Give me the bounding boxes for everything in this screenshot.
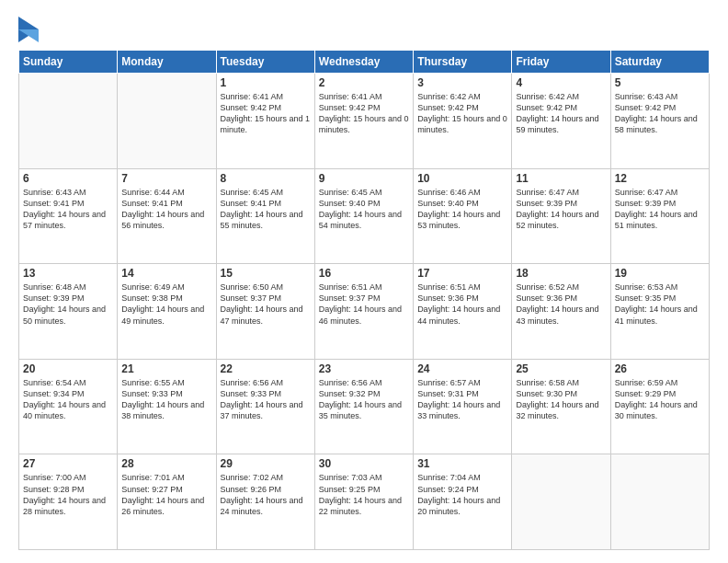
day-info: Sunrise: 6:45 AMSunset: 9:41 PMDaylight:… xyxy=(221,187,311,232)
calendar-day-31: 31Sunrise: 7:04 AMSunset: 9:24 PMDayligh… xyxy=(414,454,512,550)
day-number: 31 xyxy=(417,457,507,470)
day-number: 14 xyxy=(121,267,211,280)
day-info: Sunrise: 6:45 AMSunset: 9:40 PMDaylight:… xyxy=(319,187,409,232)
day-info: Sunrise: 6:51 AMSunset: 9:37 PMDaylight:… xyxy=(319,282,409,327)
calendar-day-17: 17Sunrise: 6:51 AMSunset: 9:36 PMDayligh… xyxy=(414,264,512,360)
calendar-day-12: 12Sunrise: 6:47 AMSunset: 9:39 PMDayligh… xyxy=(610,168,709,264)
day-number: 25 xyxy=(516,362,606,375)
day-info: Sunrise: 6:58 AMSunset: 9:30 PMDaylight:… xyxy=(516,377,606,422)
day-info: Sunrise: 7:03 AMSunset: 9:25 PMDaylight:… xyxy=(319,472,409,517)
calendar-empty xyxy=(512,454,610,550)
calendar-day-25: 25Sunrise: 6:58 AMSunset: 9:30 PMDayligh… xyxy=(512,359,610,454)
day-info: Sunrise: 6:43 AMSunset: 9:42 PMDaylight:… xyxy=(615,91,705,136)
calendar-empty xyxy=(118,74,216,169)
day-info: Sunrise: 6:42 AMSunset: 9:42 PMDaylight:… xyxy=(516,91,606,136)
day-number: 9 xyxy=(319,172,409,185)
logo xyxy=(18,17,41,42)
calendar-header-monday: Monday xyxy=(118,51,216,74)
day-number: 26 xyxy=(615,362,705,375)
day-info: Sunrise: 6:53 AMSunset: 9:35 PMDaylight:… xyxy=(615,282,705,327)
day-info: Sunrise: 6:57 AMSunset: 9:31 PMDaylight:… xyxy=(417,377,507,422)
calendar-day-21: 21Sunrise: 6:55 AMSunset: 9:33 PMDayligh… xyxy=(118,359,216,454)
day-number: 20 xyxy=(23,362,113,375)
calendar: SundayMondayTuesdayWednesdayThursdayFrid… xyxy=(18,50,710,550)
day-info: Sunrise: 7:04 AMSunset: 9:24 PMDaylight:… xyxy=(417,472,507,517)
day-info: Sunrise: 6:44 AMSunset: 9:41 PMDaylight:… xyxy=(121,187,211,232)
calendar-day-23: 23Sunrise: 6:56 AMSunset: 9:32 PMDayligh… xyxy=(314,359,413,454)
calendar-day-8: 8Sunrise: 6:45 AMSunset: 9:41 PMDaylight… xyxy=(216,168,314,264)
calendar-day-9: 9Sunrise: 6:45 AMSunset: 9:40 PMDaylight… xyxy=(314,168,413,264)
calendar-day-4: 4Sunrise: 6:42 AMSunset: 9:42 PMDaylight… xyxy=(512,74,610,169)
calendar-day-2: 2Sunrise: 6:41 AMSunset: 9:42 PMDaylight… xyxy=(314,74,413,169)
day-info: Sunrise: 6:54 AMSunset: 9:34 PMDaylight:… xyxy=(23,377,113,422)
day-number: 29 xyxy=(221,457,311,470)
day-info: Sunrise: 7:00 AMSunset: 9:28 PMDaylight:… xyxy=(23,472,113,517)
day-number: 3 xyxy=(417,76,507,89)
calendar-day-14: 14Sunrise: 6:49 AMSunset: 9:38 PMDayligh… xyxy=(118,264,216,360)
calendar-day-27: 27Sunrise: 7:00 AMSunset: 9:28 PMDayligh… xyxy=(19,454,118,550)
day-info: Sunrise: 6:50 AMSunset: 9:37 PMDaylight:… xyxy=(221,282,311,327)
day-info: Sunrise: 7:02 AMSunset: 9:26 PMDaylight:… xyxy=(221,472,311,517)
day-info: Sunrise: 6:51 AMSunset: 9:36 PMDaylight:… xyxy=(417,282,507,327)
day-number: 12 xyxy=(615,172,705,185)
day-number: 22 xyxy=(221,362,311,375)
calendar-day-1: 1Sunrise: 6:41 AMSunset: 9:42 PMDaylight… xyxy=(216,74,314,169)
calendar-week-3: 13Sunrise: 6:48 AMSunset: 9:39 PMDayligh… xyxy=(19,264,710,360)
day-info: Sunrise: 6:42 AMSunset: 9:42 PMDaylight:… xyxy=(417,91,507,136)
calendar-header-friday: Friday xyxy=(512,51,610,74)
day-number: 17 xyxy=(417,267,507,280)
calendar-day-30: 30Sunrise: 7:03 AMSunset: 9:25 PMDayligh… xyxy=(314,454,413,550)
day-number: 13 xyxy=(23,267,113,280)
day-info: Sunrise: 6:59 AMSunset: 9:29 PMDaylight:… xyxy=(615,377,705,422)
calendar-day-3: 3Sunrise: 6:42 AMSunset: 9:42 PMDaylight… xyxy=(414,74,512,169)
day-info: Sunrise: 6:41 AMSunset: 9:42 PMDaylight:… xyxy=(319,91,409,136)
calendar-day-13: 13Sunrise: 6:48 AMSunset: 9:39 PMDayligh… xyxy=(19,264,118,360)
day-info: Sunrise: 6:41 AMSunset: 9:42 PMDaylight:… xyxy=(221,91,311,136)
calendar-header-thursday: Thursday xyxy=(414,51,512,74)
calendar-day-15: 15Sunrise: 6:50 AMSunset: 9:37 PMDayligh… xyxy=(216,264,314,360)
day-number: 18 xyxy=(516,267,606,280)
calendar-day-22: 22Sunrise: 6:56 AMSunset: 9:33 PMDayligh… xyxy=(216,359,314,454)
calendar-day-20: 20Sunrise: 6:54 AMSunset: 9:34 PMDayligh… xyxy=(19,359,118,454)
calendar-week-4: 20Sunrise: 6:54 AMSunset: 9:34 PMDayligh… xyxy=(19,359,710,454)
day-info: Sunrise: 6:47 AMSunset: 9:39 PMDaylight:… xyxy=(615,187,705,232)
day-number: 23 xyxy=(319,362,409,375)
day-number: 2 xyxy=(319,76,409,89)
day-number: 8 xyxy=(221,172,311,185)
day-number: 16 xyxy=(319,267,409,280)
day-info: Sunrise: 6:56 AMSunset: 9:33 PMDaylight:… xyxy=(221,377,311,422)
day-number: 10 xyxy=(417,172,507,185)
calendar-day-24: 24Sunrise: 6:57 AMSunset: 9:31 PMDayligh… xyxy=(414,359,512,454)
day-info: Sunrise: 6:49 AMSunset: 9:38 PMDaylight:… xyxy=(121,282,211,327)
calendar-empty xyxy=(19,74,118,169)
calendar-day-18: 18Sunrise: 6:52 AMSunset: 9:36 PMDayligh… xyxy=(512,264,610,360)
calendar-header-tuesday: Tuesday xyxy=(216,51,314,74)
day-info: Sunrise: 7:01 AMSunset: 9:27 PMDaylight:… xyxy=(121,472,211,517)
calendar-day-19: 19Sunrise: 6:53 AMSunset: 9:35 PMDayligh… xyxy=(610,264,709,360)
calendar-day-6: 6Sunrise: 6:43 AMSunset: 9:41 PMDaylight… xyxy=(19,168,118,264)
calendar-empty xyxy=(610,454,709,550)
day-number: 4 xyxy=(516,76,606,89)
day-number: 28 xyxy=(121,457,211,470)
calendar-header-wednesday: Wednesday xyxy=(314,51,413,74)
calendar-day-7: 7Sunrise: 6:44 AMSunset: 9:41 PMDaylight… xyxy=(118,168,216,264)
day-number: 19 xyxy=(615,267,705,280)
day-number: 27 xyxy=(23,457,113,470)
calendar-day-16: 16Sunrise: 6:51 AMSunset: 9:37 PMDayligh… xyxy=(314,264,413,360)
day-info: Sunrise: 6:55 AMSunset: 9:33 PMDaylight:… xyxy=(121,377,211,422)
calendar-header-row: SundayMondayTuesdayWednesdayThursdayFrid… xyxy=(19,51,710,74)
page: SundayMondayTuesdayWednesdayThursdayFrid… xyxy=(0,0,728,563)
day-number: 21 xyxy=(121,362,211,375)
calendar-week-2: 6Sunrise: 6:43 AMSunset: 9:41 PMDaylight… xyxy=(19,168,710,264)
calendar-header-sunday: Sunday xyxy=(19,51,118,74)
day-info: Sunrise: 6:43 AMSunset: 9:41 PMDaylight:… xyxy=(23,187,113,232)
calendar-week-5: 27Sunrise: 7:00 AMSunset: 9:28 PMDayligh… xyxy=(19,454,710,550)
day-number: 24 xyxy=(417,362,507,375)
day-number: 7 xyxy=(121,172,211,185)
day-number: 11 xyxy=(516,172,606,185)
day-number: 1 xyxy=(221,76,311,89)
calendar-day-5: 5Sunrise: 6:43 AMSunset: 9:42 PMDaylight… xyxy=(610,74,709,169)
day-info: Sunrise: 6:56 AMSunset: 9:32 PMDaylight:… xyxy=(319,377,409,422)
calendar-day-26: 26Sunrise: 6:59 AMSunset: 9:29 PMDayligh… xyxy=(610,359,709,454)
day-number: 30 xyxy=(319,457,409,470)
